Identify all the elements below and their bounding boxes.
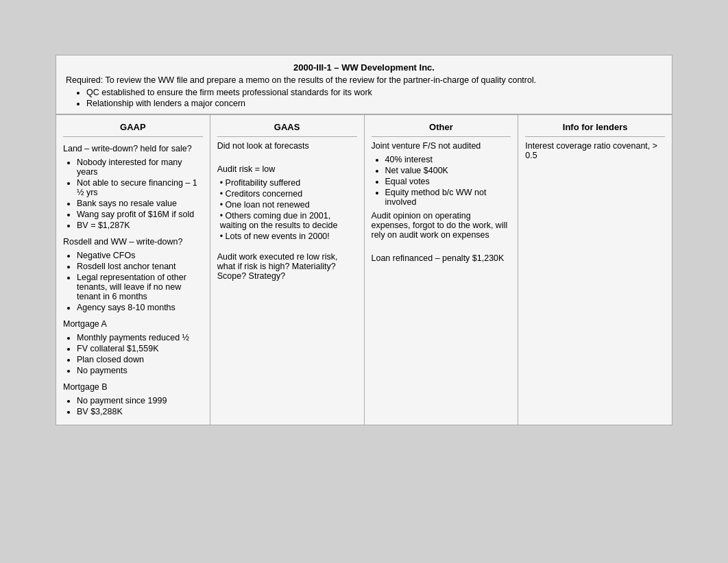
list-item: Equal votes	[385, 177, 511, 186]
other-header: Other	[372, 119, 511, 137]
gaas-bullet-2: • One loan not renewed	[217, 200, 357, 210]
gaas-column: GAAS Did not look at forecasts Audit ris…	[210, 115, 365, 425]
list-item: Negative CFOs	[77, 251, 203, 260]
subtitle: Required: To review the WW file and prep…	[66, 75, 662, 85]
other-loan: Loan refinanced – penalty $1,230K	[372, 253, 511, 263]
list-item: BV = $1,287K	[77, 221, 203, 230]
gaap-header: GAAP	[63, 119, 203, 137]
list-item: Monthly payments reduced ½	[77, 333, 203, 342]
header-bullets: QC established to ensure the firm meets …	[66, 88, 662, 108]
page-container: 2000-III-1 – WW Development Inc. Require…	[56, 55, 672, 425]
info-lenders-content: Interest coverage ratio covenant, > 0.5	[525, 141, 665, 160]
list-item: Not able to secure financing – 1 ½ yrs	[77, 178, 203, 197]
other-intro: Joint venture F/S not audited	[372, 141, 511, 151]
list-item: Wang say profit of $16M if sold	[77, 210, 203, 219]
list-item: Agency says 8-10 months	[77, 303, 203, 312]
gaap-land-list: Nobody interested for many years Not abl…	[63, 158, 203, 230]
gaas-bullet-0: • Profitability suffered	[217, 178, 357, 188]
list-item: Equity method b/c WW not involved	[385, 188, 511, 207]
gaap-mortgageb-list: No payment since 1999 BV $3,288K	[63, 396, 203, 416]
list-item: Rosdell lost anchor tenant	[77, 262, 203, 271]
gaap-mortgageb-label: Mortgage B	[63, 382, 203, 392]
info-lenders-header: Info for lenders	[525, 119, 665, 137]
list-item: FV collateral $1,559K	[77, 344, 203, 353]
gaas-content: Did not look at forecasts Audit risk = l…	[217, 141, 357, 281]
gaap-rosdell-label: Rosdell and WW – write-down?	[63, 237, 203, 247]
gaas-bullet-1: • Creditors concerned	[217, 189, 357, 199]
gaas-header: GAAS	[217, 119, 357, 137]
list-item: Plan closed down	[77, 355, 203, 364]
gaas-bullets: • Profitability suffered • Creditors con…	[217, 178, 357, 241]
gaap-mortgagea-list: Monthly payments reduced ½ FV collateral…	[63, 333, 203, 375]
list-item: Nobody interested for many years	[77, 158, 203, 177]
list-item: No payment since 1999	[77, 396, 203, 405]
other-column: Other Joint venture F/S not audited 40% …	[365, 115, 519, 425]
list-item: Legal representation of other tenants, w…	[77, 273, 203, 301]
gaas-intro: Did not look at forecasts	[217, 141, 357, 151]
info-lenders-column: Info for lenders Interest coverage ratio…	[518, 115, 672, 425]
header-bullet-1: QC established to ensure the firm meets …	[86, 88, 662, 97]
table-section: GAAP Land – write-down? held for sale? N…	[56, 114, 672, 425]
header-section: 2000-III-1 – WW Development Inc. Require…	[56, 55, 672, 114]
list-item: 40% interest	[385, 155, 511, 164]
info-lenders-text: Interest coverage ratio covenant, > 0.5	[525, 141, 665, 160]
list-item: BV $3,288K	[77, 407, 203, 416]
header-bullet-2: Relationship with lenders a major concer…	[86, 99, 662, 108]
gaas-bullet-3: • Others coming due in 2001, waiting on …	[217, 211, 357, 230]
other-audit-opinion: Audit opinion on operating expenses, for…	[372, 211, 511, 240]
other-items-list: 40% interest Net value $400K Equal votes…	[372, 155, 511, 207]
gaap-rosdell-list: Negative CFOs Rosdell lost anchor tenant…	[63, 251, 203, 312]
gaas-closing: Audit work executed re low risk, what if…	[217, 252, 357, 281]
gaap-land-label: Land – write-down? held for sale?	[63, 144, 203, 153]
other-content: Joint venture F/S not audited 40% intere…	[372, 141, 511, 263]
gaap-mortgagea-label: Mortgage A	[63, 319, 203, 329]
list-item: Net value $400K	[385, 166, 511, 175]
gaas-bullet-4: • Lots of new events in 2000!	[217, 232, 357, 241]
gaas-audit-risk: Audit risk = low	[217, 164, 357, 174]
list-item: No payments	[77, 366, 203, 375]
gaap-content: Land – write-down? held for sale? Nobody…	[63, 144, 203, 416]
gaap-column: GAAP Land – write-down? held for sale? N…	[56, 115, 210, 425]
page-title: 2000-III-1 – WW Development Inc.	[66, 62, 662, 73]
list-item: Bank says no resale value	[77, 199, 203, 208]
